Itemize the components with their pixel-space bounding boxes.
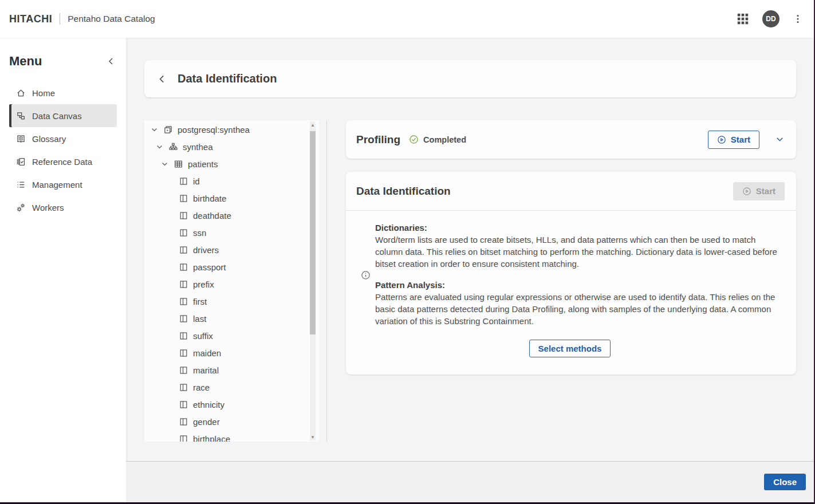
select-methods-button[interactable]: Select methods <box>529 340 611 357</box>
tree-node-maiden[interactable]: maiden <box>144 344 319 361</box>
profiling-start-button[interactable]: Start <box>708 131 759 149</box>
dictionaries-heading: Dictionaries: <box>375 222 779 234</box>
chevron-down-icon[interactable] <box>155 143 164 151</box>
tree-node-deathdate[interactable]: deathdate <box>144 207 319 224</box>
check-circle-icon <box>409 135 419 144</box>
sidebar-item-label: Home <box>32 88 55 98</box>
tree-node-id[interactable]: id <box>144 172 319 190</box>
object-tree-panel: postgresql:syntheasyntheapatientsidbirth… <box>144 120 319 442</box>
close-button[interactable]: Close <box>764 474 806 490</box>
tree-node-label: race <box>193 383 210 392</box>
user-avatar[interactable]: DD <box>762 10 779 27</box>
play-circle-icon <box>742 187 751 196</box>
app-grid-icon[interactable] <box>737 13 749 25</box>
column-icon <box>179 194 188 203</box>
tree-node-birthdate[interactable]: birthdate <box>144 190 319 207</box>
tree-node-last[interactable]: last <box>144 310 319 327</box>
chevron-down-icon[interactable] <box>150 125 159 134</box>
column-icon <box>179 348 188 358</box>
tree-node-drivers[interactable]: drivers <box>144 241 319 258</box>
tree-node-postgresql-synthea[interactable]: postgresql:synthea <box>144 121 319 138</box>
tree-node-race[interactable]: race <box>144 379 319 396</box>
kebab-menu-icon[interactable] <box>793 14 802 24</box>
profiling-status-text: Completed <box>423 135 466 144</box>
tree-node-prefix[interactable]: prefix <box>144 275 319 293</box>
scroll-down-arrow-icon[interactable]: ▼ <box>310 434 316 440</box>
scrollbar-thumb[interactable] <box>310 131 316 334</box>
menu-title: Menu <box>9 54 42 69</box>
collapse-sidebar-icon[interactable] <box>107 57 116 66</box>
sidebar-item-label: Data Canvas <box>32 111 82 121</box>
column-icon <box>179 314 188 324</box>
tree-node-patients[interactable]: patients <box>144 155 319 172</box>
data-identification-title: Data Identification <box>356 185 451 198</box>
sidebar-item-label: Glossary <box>32 134 66 144</box>
chevron-down-icon[interactable] <box>775 135 785 144</box>
datasource-icon <box>163 125 173 135</box>
tree-node-gender[interactable]: gender <box>144 413 319 430</box>
profiling-start-label: Start <box>731 135 750 144</box>
tree-node-label: gender <box>193 417 220 427</box>
tree-scrollbar[interactable]: ▲ ▼ <box>310 121 316 440</box>
panel-divider[interactable] <box>326 120 327 442</box>
tree-node-birthplace[interactable]: birthplace <box>144 430 319 442</box>
tree-node-ethnicity[interactable]: ethnicity <box>144 396 319 413</box>
column-icon <box>179 434 188 442</box>
chevron-down-icon[interactable] <box>160 160 170 168</box>
column-icon <box>179 176 188 186</box>
sidebar-item-label: Reference Data <box>32 157 92 167</box>
page-title: Data Identification <box>178 72 277 85</box>
footer-bar: Close <box>126 461 815 502</box>
tree-node-label: postgresql:synthea <box>178 125 250 135</box>
sidebar-item-label: Workers <box>32 203 64 212</box>
tree-node-label: suffix <box>193 331 213 341</box>
tree-node-label: drivers <box>193 245 219 255</box>
tree-node-label: marital <box>193 365 219 375</box>
tree-node-suffix[interactable]: suffix <box>144 327 319 344</box>
sidebar-item-data-canvas[interactable]: Data Canvas <box>9 104 117 127</box>
column-icon <box>179 417 188 427</box>
scroll-up-arrow-icon[interactable]: ▲ <box>310 121 316 128</box>
sidebar-item-home[interactable]: Home <box>9 81 117 104</box>
tree-node-marital[interactable]: marital <box>144 361 319 379</box>
back-icon[interactable] <box>157 74 167 84</box>
tree-node-passport[interactable]: passport <box>144 258 319 275</box>
profiling-status: Completed <box>409 135 466 144</box>
sidebar-item-label: Management <box>32 180 82 190</box>
sidebar-item-reference-data[interactable]: Reference Data <box>9 150 117 173</box>
table-icon <box>174 159 183 169</box>
workers-icon <box>16 203 26 212</box>
home-icon <box>16 88 26 98</box>
column-icon <box>179 331 188 341</box>
column-icon <box>179 365 188 375</box>
hitachi-logo: HITACHI <box>9 13 52 25</box>
column-icon <box>179 383 188 392</box>
column-icon <box>179 245 188 255</box>
tree-node-label: last <box>193 314 206 324</box>
pattern-analysis-heading: Pattern Analysis: <box>375 279 779 291</box>
profiling-title: Profiling <box>356 133 400 146</box>
sidebar-item-management[interactable]: Management <box>9 173 117 196</box>
column-icon <box>179 279 188 289</box>
management-icon <box>16 180 26 190</box>
tree-node-label: deathdate <box>193 211 231 220</box>
top-bar: HITACHI Pentaho Data Catalog DD <box>0 0 815 38</box>
column-icon <box>179 400 188 410</box>
product-name: Pentaho Data Catalog <box>68 14 155 24</box>
tree-node-ssn[interactable]: ssn <box>144 224 319 241</box>
tree-node-synthea[interactable]: synthea <box>144 138 319 155</box>
data-identification-card: Data Identification Start <box>346 172 796 375</box>
pattern-analysis-description: Patterns are evaluated using regular exp… <box>375 291 779 327</box>
column-icon <box>179 211 188 220</box>
sidebar-item-glossary[interactable]: Glossary <box>9 127 117 150</box>
object-tree: postgresql:syntheasyntheapatientsidbirth… <box>144 120 319 442</box>
page-header-card: Data Identification <box>144 60 796 97</box>
identification-start-button[interactable]: Start <box>733 182 785 200</box>
dictionaries-description: Word/term lists are used to create bitse… <box>375 234 779 270</box>
sidebar-item-workers[interactable]: Workers <box>9 196 117 219</box>
tree-node-first[interactable]: first <box>144 293 319 310</box>
data-canvas-icon <box>16 111 26 121</box>
tree-node-label: first <box>193 297 207 306</box>
identification-start-label: Start <box>756 186 775 196</box>
select-methods-label: Select methods <box>538 344 602 353</box>
